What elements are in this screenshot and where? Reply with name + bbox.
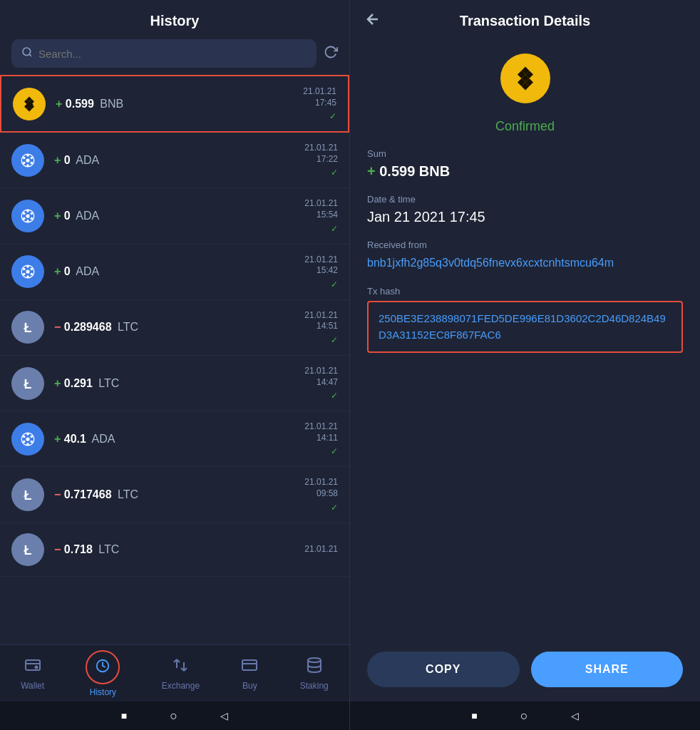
svg-point-38 (31, 435, 34, 438)
svg-text:Ł: Ł (24, 488, 32, 502)
search-input[interactable] (38, 48, 307, 60)
transaction-item-4[interactable]: + 0 ADA 21.01.2115:42 ✓ (0, 245, 349, 300)
ltc-coin-icon-8: Ł (11, 478, 44, 511)
nav-staking[interactable]: Staking (300, 657, 329, 691)
refresh-button[interactable] (324, 45, 338, 63)
nav-exchange[interactable]: Exchange (162, 657, 200, 691)
tx-hash-value[interactable]: 250BE3E238898071FED5DE996E81D3602C2D46D8… (379, 311, 671, 343)
ada-coin-icon-7 (11, 423, 44, 456)
tx-check-6: ✓ (331, 391, 338, 401)
tx-hash-box[interactable]: 250BE3E238898071FED5DE996E81D3602C2D46D8… (367, 301, 683, 353)
exchange-icon (172, 657, 189, 678)
tx-check-1: ✓ (329, 111, 336, 121)
svg-rect-46 (26, 660, 40, 670)
received-label: Received from (367, 240, 683, 250)
tx-check-2: ✓ (331, 168, 338, 178)
tx-meta-2: 21.01.2117:22 ✓ (304, 143, 338, 178)
tx-meta-5: 21.01.2114:51 ✓ (304, 310, 338, 345)
detail-body: Sum + 0.599 BNB Date & time Jan 21 2021 … (350, 148, 700, 652)
history-icon (95, 658, 110, 676)
svg-point-47 (35, 666, 37, 668)
tx-date-2: 21.01.2117:22 (304, 143, 338, 165)
transaction-item-5[interactable]: Ł − 0.289468 LTC 21.01.2114:51 ✓ (0, 300, 349, 356)
transaction-list: ◆ + 0.599 BNB 21.01.2117:45 ✓ (0, 75, 349, 644)
transaction-item-7[interactable]: + 40.1 ADA 21.01.2114:11 ✓ (0, 411, 349, 467)
svg-point-43 (26, 437, 29, 441)
detail-coin-icon-area (350, 39, 700, 110)
tx-date-8: 21.01.2109:58 (304, 477, 338, 499)
copy-button[interactable]: COPY (367, 652, 520, 687)
android-home-btn[interactable]: ○ (170, 709, 177, 724)
tx-main-8: − 0.717468 LTC (54, 488, 304, 501)
ltc-coin-icon-5: Ł (11, 311, 44, 344)
android-home-btn-right[interactable]: ○ (520, 709, 528, 724)
nav-history-label: History (90, 687, 116, 697)
tx-amount-2: + 0 ADA (54, 154, 304, 167)
svg-point-13 (31, 162, 34, 165)
transaction-item-1[interactable]: ◆ + 0.599 BNB 21.01.2117:45 ✓ (0, 75, 349, 133)
tx-date-5: 21.01.2114:51 (304, 310, 338, 332)
tx-main-4: + 0 ADA (54, 265, 304, 278)
tx-main-6: + 0.291 LTC (54, 377, 304, 390)
tx-meta-1: 21.01.2117:45 ✓ (303, 86, 336, 121)
search-icon (21, 46, 33, 61)
android-back-btn-right[interactable]: ◁ (571, 710, 579, 721)
svg-point-21 (31, 217, 34, 220)
android-nav-bar-right: ■ ○ ◁ (350, 701, 700, 730)
ltc-coin-icon-9: Ł (11, 533, 44, 566)
received-address[interactable]: bnb1jxfh2g85q3v0tdq56fnevx6xcxtcnhtsmcu6… (367, 255, 683, 272)
back-button[interactable] (364, 11, 381, 32)
tx-meta-9: 21.01.21 (304, 544, 338, 555)
svg-point-33 (26, 270, 29, 274)
ada-coin-icon-2 (11, 144, 44, 177)
transaction-item-9[interactable]: Ł − 0.718 LTC 21.01.21 (0, 523, 349, 577)
tx-main-1: + 0.599 BNB (56, 98, 303, 110)
nav-exchange-label: Exchange (162, 681, 200, 691)
tx-amount-9: − 0.718 LTC (54, 543, 304, 556)
svg-text:Ł: Ł (24, 543, 32, 557)
android-back-btn[interactable]: ◁ (220, 710, 228, 721)
svg-point-37 (26, 433, 29, 436)
svg-point-22 (26, 220, 29, 222)
staking-icon (306, 657, 323, 678)
buy-icon (241, 657, 258, 678)
nav-history[interactable]: History (86, 650, 120, 697)
tx-date-6: 21.01.2114:47 (304, 366, 338, 388)
tx-check-5: ✓ (331, 335, 338, 345)
tx-amount-3: + 0 ADA (54, 210, 304, 222)
tx-meta-4: 21.01.2115:42 ✓ (304, 255, 338, 289)
tx-check-4: ✓ (331, 279, 338, 289)
transaction-item-6[interactable]: Ł + 0.291 LTC 21.01.2114:47 ✓ (0, 356, 349, 411)
android-square-btn-right[interactable]: ■ (471, 710, 477, 721)
right-panel: Transaction Details Confirmed Sum + 0.59… (350, 0, 700, 730)
nav-wallet[interactable]: Wallet (21, 657, 44, 691)
date-label: Date & time (367, 194, 683, 205)
ltc-coin-icon-6: Ł (11, 367, 44, 400)
transaction-item-2[interactable]: + 0 ADA 21.01.2117:22 ✓ (0, 133, 349, 188)
bottom-navigation: Wallet History (0, 644, 349, 701)
tx-check-3: ✓ (331, 224, 338, 234)
transaction-item-8[interactable]: Ł − 0.717468 LTC 21.01.2109:58 ✓ (0, 467, 349, 523)
svg-point-51 (308, 658, 321, 662)
svg-point-20 (31, 212, 34, 215)
svg-point-25 (26, 214, 29, 217)
android-square-btn[interactable]: ■ (121, 710, 127, 721)
svg-point-16 (23, 157, 26, 160)
tx-main-7: + 40.1 ADA (54, 433, 304, 446)
svg-point-17 (26, 158, 29, 162)
left-panel: History (0, 0, 350, 730)
svg-point-40 (26, 443, 29, 446)
nav-buy[interactable]: Buy (241, 657, 258, 691)
svg-point-14 (26, 164, 29, 167)
svg-point-23 (23, 217, 26, 220)
svg-point-29 (31, 273, 34, 276)
svg-point-42 (23, 435, 26, 438)
svg-point-12 (31, 157, 34, 160)
transaction-item-3[interactable]: + 0 ADA 21.01.2115:54 ✓ (0, 188, 349, 244)
tx-amount-7: + 40.1 ADA (54, 433, 304, 446)
history-title: History (0, 0, 349, 39)
detail-actions: COPY SHARE (350, 652, 700, 701)
svg-point-32 (23, 268, 26, 271)
share-button[interactable]: SHARE (531, 652, 684, 687)
history-icon-circle (86, 650, 120, 684)
